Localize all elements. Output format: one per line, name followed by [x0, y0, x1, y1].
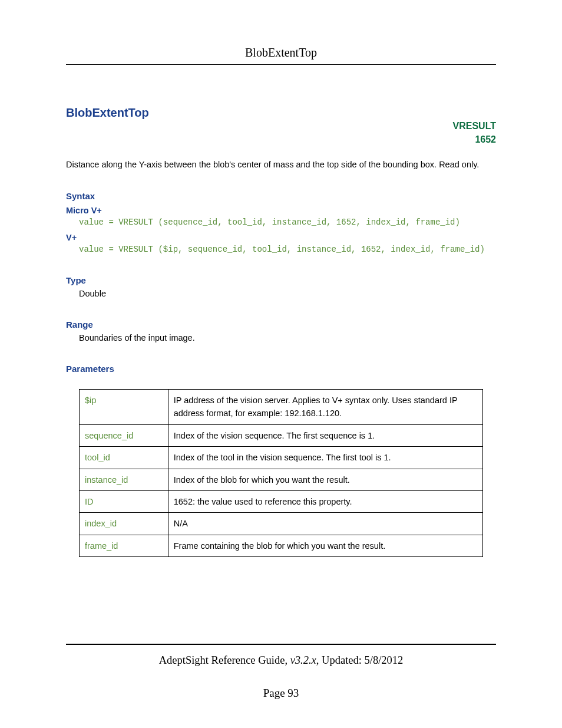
param-desc: Index of the tool in the vision sequence…: [168, 447, 482, 469]
type-value: Double: [66, 289, 496, 298]
param-desc: Index of the vision sequence. The first …: [168, 424, 482, 446]
footer-page-num: 93: [287, 687, 299, 699]
param-desc: 1652: the value used to reference this p…: [168, 490, 482, 512]
footer-guide-line: AdeptSight Reference Guide, v3.2.x, Upda…: [66, 654, 496, 667]
type-heading: Type: [66, 275, 496, 285]
vresult-badge: VRESULT 1652: [453, 119, 496, 146]
footer-page-label: Page: [263, 687, 288, 699]
page-footer: AdeptSight Reference Guide, v3.2.x, Upda…: [66, 644, 496, 700]
param-name: ID: [80, 490, 168, 512]
table-row: frame_id Frame containing the blob for w…: [80, 535, 483, 556]
table-row: index_id N/A: [80, 513, 483, 535]
parameters-table: $ip IP address of the vision server. App…: [79, 389, 483, 558]
param-name: instance_id: [80, 469, 168, 490]
range-value: Boundaries of the input image.: [66, 333, 496, 342]
micro-vplus-code: value = VRESULT (sequence_id, tool_id, i…: [66, 218, 496, 227]
footer-version: , v3.2.x: [285, 654, 316, 666]
micro-vplus-label: Micro V+: [66, 206, 496, 215]
param-name: frame_id: [80, 535, 168, 556]
table-row: sequence_id Index of the vision sequence…: [80, 424, 483, 446]
vresult-code: 1652: [453, 133, 496, 146]
vplus-code: value = VRESULT ($ip, sequence_id, tool_…: [66, 245, 496, 254]
footer-page: Page 93: [66, 687, 496, 700]
syntax-heading: Syntax: [66, 191, 496, 201]
range-heading: Range: [66, 319, 496, 330]
header-rule: [66, 64, 496, 65]
header-title: BlobExtentTop: [66, 46, 496, 64]
description-text: Distance along the Y-axis between the bl…: [66, 157, 496, 172]
param-desc: N/A: [168, 513, 482, 535]
parameters-heading: Parameters: [66, 364, 496, 374]
page-title: BlobExtentTop: [66, 106, 496, 120]
param-name: $ip: [80, 389, 168, 424]
table-row: $ip IP address of the vision server. App…: [80, 389, 483, 424]
param-name: tool_id: [80, 447, 168, 469]
param-name: index_id: [80, 513, 168, 535]
footer-rule: [66, 644, 496, 645]
param-desc: Index of the blob for which you want the…: [168, 469, 482, 490]
table-row: tool_id Index of the tool in the vision …: [80, 447, 483, 469]
param-name: sequence_id: [80, 424, 168, 446]
table-row: ID 1652: the value used to reference thi…: [80, 490, 483, 512]
vplus-label: V+: [66, 233, 496, 242]
table-row: instance_id Index of the blob for which …: [80, 469, 483, 490]
footer-updated: 5/8/2012: [365, 654, 404, 666]
vresult-label: VRESULT: [453, 119, 496, 133]
footer-updated-label: , Updated:: [316, 654, 365, 666]
footer-guide: AdeptSight Reference Guide: [159, 654, 285, 666]
param-desc: IP address of the vision server. Applies…: [168, 389, 482, 424]
param-desc: Frame containing the blob for which you …: [168, 535, 482, 556]
